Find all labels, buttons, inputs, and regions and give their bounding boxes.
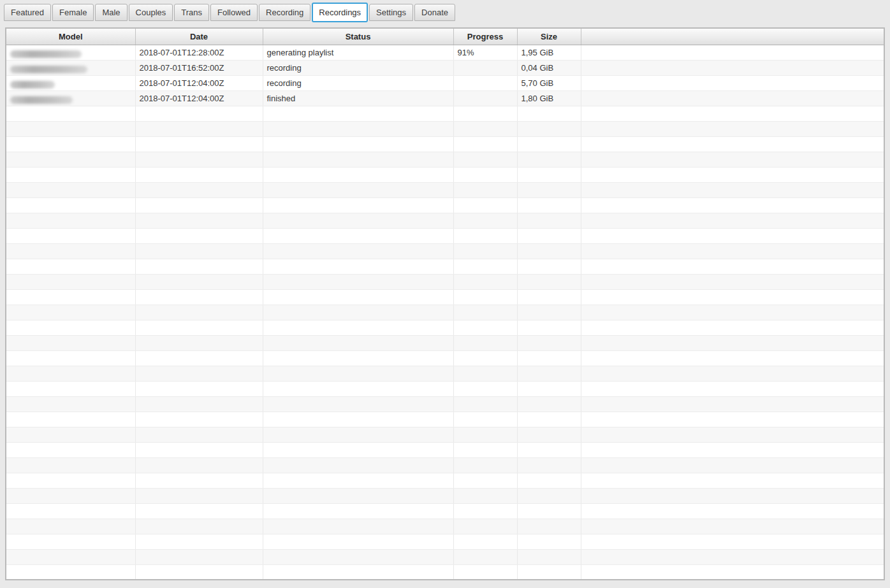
cell-model bbox=[6, 229, 135, 244]
cell-date bbox=[135, 534, 263, 550]
empty-table-row bbox=[6, 351, 884, 366]
cell-status bbox=[263, 550, 453, 565]
cell-model bbox=[6, 366, 135, 382]
table-row[interactable]: 2018-07-01T12:04:00Zfinished1,80 GiB bbox=[6, 91, 884, 106]
cell-extra bbox=[581, 122, 884, 137]
cell-status bbox=[263, 229, 453, 244]
cell-model bbox=[6, 550, 135, 565]
cell-date bbox=[135, 427, 263, 443]
cell-status bbox=[263, 305, 453, 320]
cell-progress bbox=[453, 504, 517, 519]
cell-status bbox=[263, 366, 453, 382]
empty-table-row bbox=[6, 106, 884, 122]
tab-trans[interactable]: Trans bbox=[174, 4, 209, 21]
cell-date: 2018-07-01T12:04:00Z bbox=[135, 76, 263, 91]
cell-date bbox=[135, 397, 263, 412]
cell-extra bbox=[581, 550, 884, 565]
cell-progress bbox=[453, 137, 517, 152]
cell-extra bbox=[581, 213, 884, 229]
cell-date bbox=[135, 137, 263, 152]
cell-progress bbox=[453, 458, 517, 473]
cell-size bbox=[517, 244, 581, 259]
cell-size bbox=[517, 336, 581, 351]
empty-table-row bbox=[6, 519, 884, 534]
cell-status bbox=[263, 244, 453, 259]
cell-size bbox=[517, 305, 581, 320]
cell-date bbox=[135, 244, 263, 259]
tab-male[interactable]: Male bbox=[95, 4, 127, 21]
cell-extra bbox=[581, 565, 884, 580]
cell-progress bbox=[453, 397, 517, 412]
cell-status bbox=[263, 565, 453, 580]
table-row[interactable]: 2018-07-01T12:04:00Zrecording5,70 GiB bbox=[6, 76, 884, 91]
column-header-extra[interactable] bbox=[581, 29, 884, 45]
empty-table-row bbox=[6, 366, 884, 382]
cell-model bbox=[6, 198, 135, 213]
tab-female[interactable]: Female bbox=[52, 4, 94, 21]
tab-featured[interactable]: Featured bbox=[4, 4, 51, 21]
cell-progress bbox=[453, 473, 517, 489]
cell-model bbox=[6, 106, 135, 122]
cell-date: 2018-07-01T12:28:00Z bbox=[135, 45, 263, 61]
empty-table-row bbox=[6, 550, 884, 565]
cell-date bbox=[135, 473, 263, 489]
cell-status bbox=[263, 137, 453, 152]
tab-donate[interactable]: Donate bbox=[414, 4, 455, 21]
cell-status bbox=[263, 122, 453, 137]
cell-status bbox=[263, 198, 453, 213]
empty-table-row bbox=[6, 412, 884, 427]
column-header-size[interactable]: Size bbox=[517, 29, 581, 45]
table-body: 2018-07-01T12:28:00Zgenerating playlist9… bbox=[6, 45, 884, 580]
cell-size bbox=[517, 565, 581, 580]
tab-settings[interactable]: Settings bbox=[369, 4, 413, 21]
cell-status bbox=[263, 489, 453, 504]
tab-followed[interactable]: Followed bbox=[210, 4, 258, 21]
cell-extra bbox=[581, 229, 884, 244]
cell-progress bbox=[453, 168, 517, 183]
cell-status bbox=[263, 320, 453, 336]
empty-table-row bbox=[6, 489, 884, 504]
cell-date bbox=[135, 275, 263, 290]
table-row[interactable]: 2018-07-01T12:28:00Zgenerating playlist9… bbox=[6, 45, 884, 61]
tab-recording[interactable]: Recording bbox=[259, 4, 310, 21]
cell-extra bbox=[581, 198, 884, 213]
tab-bar: FeaturedFemaleMaleCouplesTransFollowedRe… bbox=[4, 3, 886, 27]
cell-date bbox=[135, 122, 263, 137]
cell-status bbox=[263, 519, 453, 534]
cell-extra bbox=[581, 152, 884, 168]
cell-date bbox=[135, 504, 263, 519]
cell-extra bbox=[581, 382, 884, 397]
cell-model bbox=[6, 122, 135, 137]
empty-table-row bbox=[6, 504, 884, 519]
cell-progress bbox=[453, 76, 517, 91]
column-header-progress[interactable]: Progress bbox=[453, 29, 517, 45]
empty-table-row bbox=[6, 183, 884, 198]
cell-progress bbox=[453, 366, 517, 382]
column-header-model[interactable]: Model bbox=[6, 29, 135, 45]
cell-size bbox=[517, 351, 581, 366]
cell-size bbox=[517, 259, 581, 275]
cell-size bbox=[517, 137, 581, 152]
empty-table-row bbox=[6, 458, 884, 473]
cell-extra bbox=[581, 504, 884, 519]
tab-recordings[interactable]: Recordings bbox=[312, 3, 368, 22]
column-header-status[interactable]: Status bbox=[263, 29, 453, 45]
cell-status: recording bbox=[263, 61, 453, 76]
empty-table-row bbox=[6, 290, 884, 305]
cell-size bbox=[517, 320, 581, 336]
cell-extra bbox=[581, 397, 884, 412]
cell-size bbox=[517, 412, 581, 427]
tab-couples[interactable]: Couples bbox=[129, 4, 173, 21]
cell-date bbox=[135, 366, 263, 382]
column-header-date[interactable]: Date bbox=[135, 29, 263, 45]
cell-progress bbox=[453, 320, 517, 336]
cell-date bbox=[135, 152, 263, 168]
cell-progress bbox=[453, 183, 517, 198]
cell-extra bbox=[581, 366, 884, 382]
cell-extra bbox=[581, 183, 884, 198]
empty-table-row bbox=[6, 213, 884, 229]
cell-date bbox=[135, 213, 263, 229]
cell-model bbox=[6, 290, 135, 305]
table-row[interactable]: 2018-07-01T16:52:00Zrecording0,04 GiB bbox=[6, 61, 884, 76]
empty-table-row bbox=[6, 229, 884, 244]
